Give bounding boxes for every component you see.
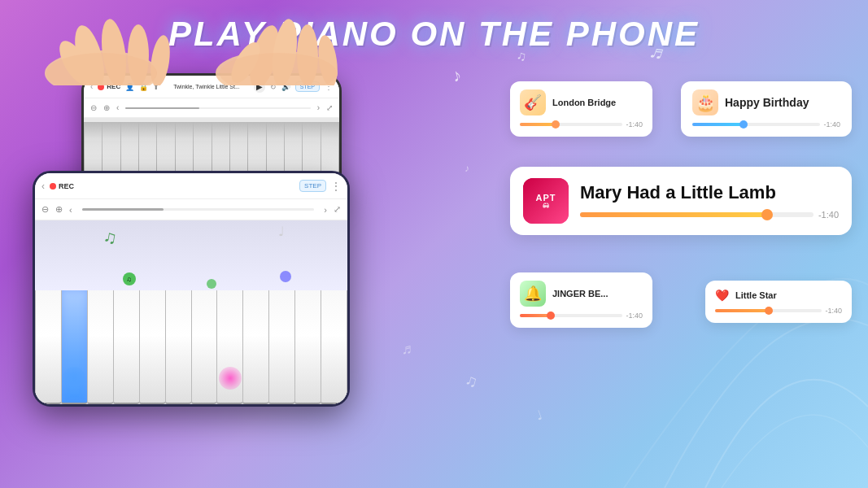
little-star-progress: [715, 309, 822, 312]
happy-birthday-card[interactable]: 🎂 Happy Birthday -1:40: [681, 81, 852, 137]
little-star-header: ❤️ Little Star: [715, 289, 842, 302]
rec-dot-large: [50, 183, 56, 190]
expand-icon-large[interactable]: ⤢: [334, 204, 341, 215]
expand-icon-small[interactable]: ⤢: [326, 103, 333, 112]
happy-birthday-header: 🎂 Happy Birthday: [692, 89, 840, 115]
mary-lamb-duration: -1:40: [818, 210, 839, 220]
music-note-7: ♩: [534, 407, 545, 424]
mary-lamb-info: Mary Had a Little Lamb -1:40: [580, 182, 839, 220]
rec-button-large[interactable]: REC: [50, 182, 74, 190]
zoom-out-icon-large[interactable]: ⊖: [41, 204, 49, 215]
jingle-bell-duration: -1:40: [626, 312, 643, 320]
music-note-6: ♫: [463, 370, 479, 391]
london-bridge-header: 🎸 London Bridge: [520, 89, 643, 115]
mary-lamb-thumb: APT 🕶: [523, 178, 569, 224]
mary-lamb-card[interactable]: APT 🕶 Mary Had a Little Lamb -1:40: [510, 167, 852, 235]
london-bridge-card[interactable]: 🎸 London Bridge -1:40: [510, 81, 652, 137]
jingle-bell-card[interactable]: 🔔 JINGER BE... -1:40: [510, 272, 652, 328]
little-star-name: Little Star: [735, 290, 777, 300]
right-arrow-large[interactable]: ›: [324, 205, 327, 215]
london-bridge-progress: [520, 123, 622, 126]
hands-image: [24, 0, 374, 85]
mary-lamb-progress: [580, 212, 813, 217]
large-tablet: ‹ REC STEP ⋮ ⊖ ⊕ ‹ › ⤢: [33, 171, 350, 407]
little-star-heart: ❤️: [715, 289, 729, 302]
happy-birthday-thumb: 🎂: [692, 89, 718, 115]
jingle-bell-thumb: 🔔: [520, 281, 546, 307]
step-button-large[interactable]: STEP: [299, 180, 326, 192]
left-arrow-small[interactable]: ‹: [116, 103, 119, 112]
happy-birthday-name: Happy Birthday: [725, 96, 809, 109]
music-note-8: ♬: [402, 341, 413, 358]
little-star-duration: -1:40: [825, 307, 842, 315]
zoom-out-icon-small[interactable]: ⊖: [90, 103, 97, 112]
london-bridge-thumb: 🎸: [520, 89, 546, 115]
music-note-1: ♪: [450, 64, 464, 87]
london-bridge-name: London Bridge: [552, 98, 616, 107]
large-tablet-toolbar: ‹ REC STEP ⋮: [35, 173, 347, 199]
happy-birthday-duration: -1:40: [823, 120, 840, 129]
large-piano-keys[interactable]: ♫ ♫ ♩: [35, 220, 347, 404]
more-icon-large[interactable]: ⋮: [331, 181, 341, 192]
small-zoom-toolbar: ⊖ ⊕ ‹ › ⤢: [84, 98, 339, 118]
little-star-card[interactable]: ❤️ Little Star -1:40: [705, 281, 852, 323]
left-arrow-large[interactable]: ‹: [69, 205, 72, 215]
jingle-bell-name: JINGER BE...: [552, 289, 608, 298]
jingle-bell-header: 🔔 JINGER BE...: [520, 281, 643, 307]
zoom-in-icon-large[interactable]: ⊕: [55, 204, 63, 215]
mary-lamb-name: Mary Had a Little Lamb: [580, 182, 839, 203]
large-zoom-toolbar: ⊖ ⊕ ‹ › ⤢: [35, 199, 347, 220]
jingle-bell-progress: [520, 314, 622, 317]
music-note-9: ♪: [465, 163, 469, 174]
back-icon-large: ‹: [41, 181, 45, 192]
happy-birthday-progress: [692, 123, 820, 126]
zoom-in-icon-small[interactable]: ⊕: [103, 103, 110, 112]
right-arrow-small[interactable]: ›: [317, 103, 320, 112]
london-bridge-duration: -1:40: [626, 120, 643, 129]
